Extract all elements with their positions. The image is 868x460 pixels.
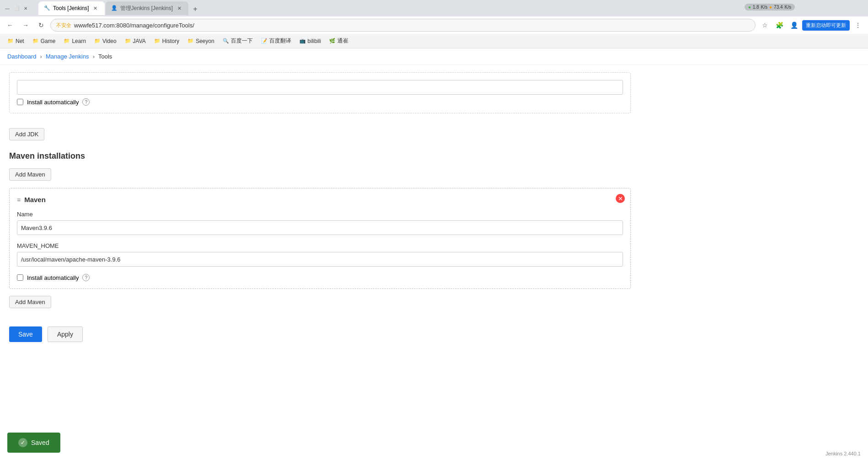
tab-close-1[interactable]: ✕ (92, 5, 99, 12)
bookmark-game[interactable]: 📁 Game (29, 36, 59, 46)
net-unit-up: K/s (761, 5, 767, 10)
add-maven-bottom-button[interactable]: Add Maven (9, 296, 51, 308)
url-bar[interactable]: 不安全 wwwfe517.com:8080/manage/configureTo… (50, 19, 756, 32)
maven-install-auto-label: Install automatically (27, 274, 79, 281)
close-button[interactable]: ✕ (22, 5, 29, 12)
security-warning: 不安全 (56, 22, 71, 29)
page-content: Install automatically ? Add JDK Maven in… (0, 65, 640, 368)
tab-title-1: Tools [Jenkins] (53, 5, 89, 11)
bookmark-java[interactable]: 📁 JAVA (121, 36, 149, 46)
bookmark-bilibili-label: bilibili (308, 38, 321, 44)
drag-handle-icon[interactable]: ≡ (17, 196, 21, 203)
maven-section-title: Maven installations (9, 151, 631, 161)
tab-manage-jenkins[interactable]: 👤 管理Jenkins [Jenkins] ✕ (106, 1, 188, 15)
bookmark-fanyi-icon: 📝 (261, 38, 267, 44)
bookmark-history[interactable]: 📁 History (150, 36, 183, 46)
bookmark-bilibili-icon: 📺 (299, 38, 306, 44)
maven-install-auto-checkbox[interactable] (17, 274, 23, 281)
maven-card: ≡ Maven ✕ Name MAVEN_HOME Install automa… (9, 188, 631, 289)
bookmark-java-label: JAVA (133, 38, 146, 44)
new-tab-button[interactable]: + (189, 3, 201, 15)
net-dot-yellow: ● (769, 5, 772, 10)
maven-home-input[interactable] (17, 252, 623, 267)
bookmark-seeyon[interactable]: 📁 Seeyon (184, 36, 218, 46)
maximize-button[interactable]: ⬜ (13, 5, 20, 12)
upload-speed: 1.8 (753, 5, 759, 10)
add-maven-top-button[interactable]: Add Maven (9, 168, 51, 181)
toolbar-icons: ☆ 🧩 👤 重新启动即可更新 ⋮ (758, 19, 864, 32)
jenkins-version-footer: Jenkins 2.440.1 (825, 451, 861, 456)
bookmark-baidu[interactable]: 🔍 百度一下 (219, 35, 256, 47)
jdk-install-auto-checkbox[interactable] (17, 99, 23, 105)
bookmark-baidu-icon: 🔍 (223, 38, 229, 44)
saved-toast-message: Saved (31, 439, 49, 446)
breadcrumb-sep-2: › (93, 53, 95, 60)
maven-name-input[interactable] (17, 220, 623, 235)
bookmark-bilibili[interactable]: 📺 bilibili (296, 36, 325, 46)
jdk-install-auto-label: Install automatically (27, 99, 79, 106)
net-dot-green: ● (748, 5, 751, 10)
tab-title-2: 管理Jenkins [Jenkins] (120, 5, 173, 12)
jdk-install-auto-row: Install automatically ? (17, 98, 623, 106)
bookmark-learn-icon: 📁 (64, 38, 70, 44)
bookmark-tongzhi-label: 通崔 (337, 37, 348, 45)
net-unit-down: K/s (785, 5, 791, 10)
breadcrumb-manage-jenkins[interactable]: Manage Jenkins (46, 53, 89, 60)
breadcrumb: Dashboard › Manage Jenkins › Tools (0, 48, 868, 65)
bookmark-seeyon-label: Seeyon (196, 38, 214, 44)
save-button[interactable]: Save (9, 326, 42, 342)
maven-install-auto-row: Install automatically ? (17, 274, 623, 281)
bookmark-video-icon: 📁 (94, 38, 101, 44)
url-text: wwwfe517.com:8080/manage/configureTools/ (74, 22, 194, 29)
bookmark-learn-label: Learn (72, 38, 86, 44)
back-button[interactable]: ← (4, 19, 16, 32)
bookmark-game-label: Game (41, 38, 56, 44)
jdk-name-input[interactable] (17, 80, 623, 95)
maven-name-label: Name (17, 211, 623, 218)
bookmark-java-icon: 📁 (125, 38, 131, 44)
jdk-help-icon[interactable]: ? (82, 98, 90, 106)
bookmark-history-icon: 📁 (154, 38, 160, 44)
bookmark-seeyon-icon: 📁 (187, 38, 194, 44)
forward-button[interactable]: → (19, 19, 32, 32)
saved-toast: ✓ Saved (7, 433, 60, 453)
tab-tools-jenkins[interactable]: 🔧 Tools [Jenkins] ✕ (38, 1, 105, 15)
bookmark-net-label: Net (16, 38, 24, 44)
network-indicator: ● 1.8 K/s ● 73.4 K/s (745, 4, 795, 11)
minimize-button[interactable]: — (4, 5, 11, 12)
maven-help-icon[interactable]: ? (82, 274, 90, 281)
tab-favicon-2: 👤 (111, 5, 117, 11)
apply-button[interactable]: Apply (48, 326, 83, 342)
saved-check-icon: ✓ (18, 438, 27, 447)
download-speed: 73.4 (774, 5, 783, 10)
browser-extensions-button[interactable]: 🧩 (773, 19, 786, 32)
bookmark-baidu-label: 百度一下 (231, 37, 253, 45)
add-jdk-button[interactable]: Add JDK (9, 128, 44, 140)
tab-favicon-1: 🔧 (44, 5, 50, 11)
jdk-section: Install automatically ? (9, 72, 631, 113)
breadcrumb-current: Tools (98, 53, 112, 60)
jenkins-version-text: Jenkins 2.440.1 (825, 451, 861, 456)
refresh-button[interactable]: ↻ (35, 19, 48, 32)
bookmark-fanyi[interactable]: 📝 百度翻译 (257, 35, 295, 47)
breadcrumb-sep-1: › (40, 53, 42, 60)
delete-maven-button[interactable]: ✕ (616, 194, 625, 203)
tab-close-2[interactable]: ✕ (176, 5, 183, 12)
bookmarks-bar: 📁 Net 📁 Game 📁 Learn 📁 Video 📁 JAVA 📁 (0, 34, 868, 48)
update-button[interactable]: 重新启动即可更新 (802, 20, 850, 31)
bookmark-fanyi-label: 百度翻译 (269, 37, 291, 45)
more-options-button[interactable]: ⋮ (852, 19, 864, 32)
bookmark-tongzhi[interactable]: 🌿 通崔 (325, 35, 352, 47)
breadcrumb-dashboard[interactable]: Dashboard (7, 53, 37, 60)
bookmark-net[interactable]: 📁 Net (4, 36, 28, 46)
maven-card-title: Maven (24, 196, 46, 203)
profile-button[interactable]: 👤 (788, 19, 800, 32)
bookmark-video[interactable]: 📁 Video (91, 36, 120, 46)
maven-home-group: MAVEN_HOME (17, 242, 623, 267)
maven-name-group: Name (17, 211, 623, 235)
browser-content: Dashboard › Manage Jenkins › Tools Insta… (0, 48, 868, 460)
maven-home-label: MAVEN_HOME (17, 242, 623, 249)
bookmark-learn[interactable]: 📁 Learn (60, 36, 90, 46)
bookmark-star-button[interactable]: ☆ (758, 19, 771, 32)
maven-card-header: ≡ Maven (17, 196, 623, 203)
